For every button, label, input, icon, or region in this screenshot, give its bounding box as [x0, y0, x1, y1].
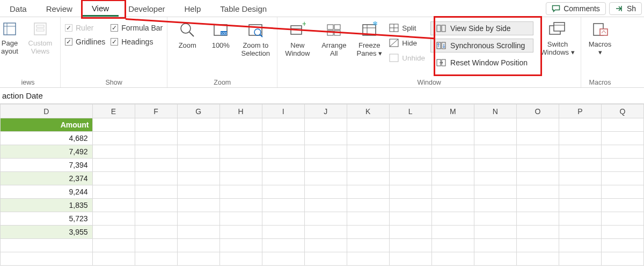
cell[interactable]: [559, 172, 601, 185]
cell[interactable]: [92, 159, 135, 172]
col-header[interactable]: P: [559, 104, 601, 118]
cell[interactable]: [262, 185, 304, 199]
cell[interactable]: [347, 199, 389, 212]
cell[interactable]: [559, 118, 601, 132]
cell[interactable]: [1, 239, 93, 252]
amount-cell[interactable]: 2,374: [1, 172, 93, 185]
cell[interactable]: [601, 118, 643, 132]
cell[interactable]: [559, 226, 601, 239]
tab-help[interactable]: Help: [175, 0, 211, 17]
cell[interactable]: [474, 159, 516, 172]
cell[interactable]: [559, 132, 601, 145]
cell[interactable]: [601, 172, 643, 185]
cell[interactable]: [304, 172, 347, 185]
cell[interactable]: [347, 118, 389, 132]
checkbox-gridlines[interactable]: Gridlines: [65, 38, 105, 46]
cell[interactable]: [516, 185, 559, 199]
cell[interactable]: [304, 145, 347, 159]
cell[interactable]: [431, 185, 474, 199]
tab-data[interactable]: Data: [0, 0, 36, 17]
cell[interactable]: [304, 239, 347, 252]
cell[interactable]: [516, 199, 559, 212]
cell[interactable]: [135, 132, 177, 145]
cell[interactable]: [474, 185, 516, 199]
tab-review[interactable]: Review: [36, 0, 82, 17]
column-header-row[interactable]: D E F G H I J K L M N O P Q: [1, 104, 644, 118]
cell[interactable]: [516, 226, 559, 239]
cell[interactable]: [92, 226, 135, 239]
cell[interactable]: [304, 199, 347, 212]
tab-developer[interactable]: Developer: [119, 0, 174, 17]
formula-bar[interactable]: action Date: [0, 88, 644, 104]
cell[interactable]: [219, 185, 262, 199]
zoom-to-selection-button[interactable]: Zoom to Selection: [238, 20, 273, 58]
cell[interactable]: [219, 199, 262, 212]
checkbox-formula-bar[interactable]: Formula Bar: [111, 24, 163, 32]
tab-view[interactable]: View: [82, 0, 119, 17]
cell[interactable]: [431, 212, 474, 226]
cell[interactable]: [516, 212, 559, 226]
cell[interactable]: [219, 118, 262, 132]
amount-cell[interactable]: 7,492: [1, 145, 93, 159]
cell[interactable]: [389, 132, 431, 145]
cell[interactable]: [516, 239, 559, 252]
cell[interactable]: [1, 252, 93, 266]
cell[interactable]: [559, 239, 601, 252]
cell[interactable]: [601, 226, 643, 239]
cell[interactable]: [262, 239, 304, 252]
tab-table-design[interactable]: Table Design: [210, 0, 276, 17]
cell[interactable]: [219, 239, 262, 252]
cell[interactable]: [219, 145, 262, 159]
amount-cell[interactable]: 7,394: [1, 159, 93, 172]
cell[interactable]: [135, 212, 177, 226]
cell[interactable]: [389, 185, 431, 199]
col-header[interactable]: F: [135, 104, 177, 118]
cell[interactable]: [304, 185, 347, 199]
col-header[interactable]: H: [219, 104, 262, 118]
cell[interactable]: [474, 172, 516, 185]
cell[interactable]: [135, 185, 177, 199]
cell[interactable]: [135, 145, 177, 159]
cell[interactable]: [347, 132, 389, 145]
cell[interactable]: [92, 239, 135, 252]
arrange-all-button[interactable]: Arrange All: [318, 20, 349, 58]
cell[interactable]: [431, 252, 474, 266]
cell[interactable]: [431, 172, 474, 185]
cell[interactable]: [389, 212, 431, 226]
cell[interactable]: [219, 212, 262, 226]
cell[interactable]: [177, 185, 219, 199]
cell[interactable]: [601, 159, 643, 172]
col-header[interactable]: G: [177, 104, 219, 118]
cell[interactable]: [347, 239, 389, 252]
table-row[interactable]: [1, 239, 644, 252]
cell[interactable]: [474, 132, 516, 145]
cell[interactable]: [92, 185, 135, 199]
cell[interactable]: [431, 145, 474, 159]
checkbox-headings[interactable]: Headings: [111, 38, 163, 46]
cell[interactable]: [601, 145, 643, 159]
col-header[interactable]: D: [1, 104, 93, 118]
split-button[interactable]: Split: [389, 21, 425, 34]
amount-cell[interactable]: 1,835: [1, 199, 93, 212]
amount-column-header[interactable]: Amount: [1, 118, 93, 132]
col-header[interactable]: K: [347, 104, 389, 118]
cell[interactable]: [304, 132, 347, 145]
cell[interactable]: [474, 239, 516, 252]
cell[interactable]: [347, 252, 389, 266]
cell[interactable]: [516, 145, 559, 159]
cell[interactable]: [347, 185, 389, 199]
cell[interactable]: [347, 212, 389, 226]
cell[interactable]: [474, 199, 516, 212]
table-row[interactable]: 2,374: [1, 172, 644, 185]
cell[interactable]: [92, 172, 135, 185]
amount-cell[interactable]: 9,244: [1, 185, 93, 199]
cell[interactable]: [177, 212, 219, 226]
cell[interactable]: [135, 118, 177, 132]
macros-button[interactable]: Macros ▾: [586, 20, 614, 57]
custom-views-button[interactable]: Custom Views: [25, 20, 56, 56]
cell[interactable]: [601, 132, 643, 145]
amount-cell[interactable]: 3,955: [1, 226, 93, 239]
cell[interactable]: [389, 159, 431, 172]
cell[interactable]: [431, 159, 474, 172]
cell[interactable]: [347, 159, 389, 172]
